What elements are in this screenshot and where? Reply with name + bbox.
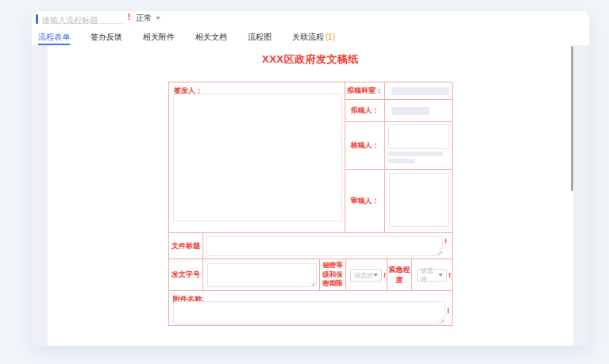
secrecy-label: 秘密等级和保密期限	[320, 259, 346, 291]
linked-process-count-badge: (1)	[326, 33, 335, 41]
doc-title-cell: !	[203, 233, 452, 259]
draft-dept-label: 拟稿科室：	[345, 82, 385, 100]
document-panel: XXX区政府发文稿纸 签发人： 拟稿科室： 拟稿人： 核稿人：	[48, 45, 573, 346]
secrecy-select[interactable]: 请选择	[350, 269, 382, 282]
required-mark: !	[128, 13, 130, 21]
tab-label: 关联流程	[292, 33, 324, 41]
workflow-card: 请输入流程标题 ! 正常 流程表单 签办反馈 相关附件 相关文档 流程图 关联流…	[32, 11, 589, 346]
tab-label: 流程图	[248, 33, 272, 41]
urgency-label: 紧急程度	[387, 259, 412, 291]
scrollbar[interactable]	[571, 46, 573, 191]
resize-handle-icon[interactable]	[437, 316, 444, 323]
chevron-down-icon	[373, 274, 378, 277]
required-mark: !	[449, 271, 451, 279]
required-mark: !	[384, 271, 386, 279]
required-mark: !	[447, 307, 449, 315]
required-mark: !	[445, 237, 447, 245]
form-table: 签发人： 拟稿科室： 拟稿人： 核稿人： 审稿人：	[168, 82, 453, 326]
urgency-cell: 请选择 !	[412, 259, 452, 291]
tab-flowchart[interactable]: 流程图	[248, 29, 272, 45]
urgency-select-placeholder: 请选择	[421, 266, 438, 284]
attachment-textarea[interactable]	[173, 301, 445, 324]
examiner-label: 审稿人：	[345, 170, 385, 233]
attachment-cell: 附件名称: !	[169, 291, 452, 327]
secrecy-select-placeholder: 请选择	[354, 271, 373, 280]
doc-title-textarea[interactable]	[206, 236, 443, 256]
urgency-select[interactable]: 请选择	[417, 269, 447, 282]
tab-sign-feedback[interactable]: 签办反馈	[91, 29, 122, 45]
tab-related-attachments[interactable]: 相关附件	[143, 29, 175, 45]
secrecy-cell: 请选择 !	[346, 259, 387, 291]
resize-handle-icon[interactable]	[435, 248, 441, 255]
tab-label: 签办反馈	[91, 33, 122, 41]
chevron-down-icon	[438, 274, 443, 277]
doc-title-label: 文件标题	[169, 233, 203, 259]
tab-label: 相关附件	[143, 33, 175, 41]
chevron-down-icon	[156, 17, 160, 20]
reviewer-textarea[interactable]	[388, 125, 449, 149]
tab-bar: 流程表单 签办反馈 相关附件 相关文档 流程图 关联流程(1)	[38, 29, 335, 45]
reviewer-value-2	[387, 159, 415, 163]
resize-handle-icon[interactable]	[309, 279, 315, 285]
form-title: XXX区政府发文稿纸	[48, 52, 573, 67]
doc-number-label: 发文字号	[169, 259, 203, 291]
draft-dept-value	[391, 87, 449, 95]
tab-label: 相关文档	[195, 33, 227, 41]
draft-dept-cell	[385, 82, 452, 100]
card-header: 请输入流程标题 ! 正常 流程表单 签办反馈 相关附件 相关文档 流程图 关联流…	[32, 11, 589, 45]
status-value: 正常	[136, 13, 152, 24]
signer-textarea[interactable]	[173, 94, 342, 221]
doc-number-cell	[203, 259, 320, 291]
reviewer-label: 核稿人：	[345, 122, 385, 170]
tab-label: 流程表单	[38, 33, 70, 41]
signer-cell: 签发人：	[169, 82, 345, 233]
drafter-value	[391, 107, 430, 115]
examiner-textarea[interactable]	[389, 173, 449, 227]
reviewer-cell	[385, 122, 452, 170]
doc-number-textarea[interactable]	[207, 263, 317, 287]
tab-related-documents[interactable]: 相关文档	[195, 29, 227, 45]
tab-process-form[interactable]: 流程表单	[38, 29, 70, 45]
accent-bar	[36, 14, 38, 24]
examiner-cell	[385, 170, 452, 233]
drafter-cell	[385, 100, 452, 122]
process-title-placeholder: 请输入流程标题	[42, 16, 98, 25]
reviewer-value-1	[387, 151, 443, 156]
process-title-input[interactable]: 请输入流程标题	[42, 12, 125, 24]
drafter-label: 拟稿人：	[345, 100, 385, 122]
tab-linked-processes[interactable]: 关联流程(1)	[292, 29, 335, 45]
status-select[interactable]: 正常	[136, 12, 160, 24]
